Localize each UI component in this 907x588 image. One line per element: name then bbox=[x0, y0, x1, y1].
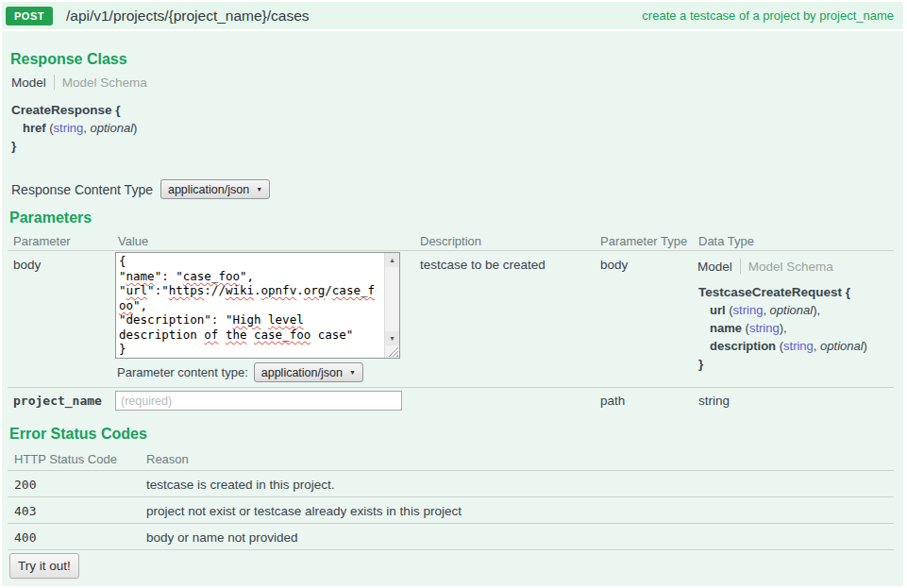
error-code-row: 403project not exist or testcase already… bbox=[8, 497, 894, 524]
col-description: Description bbox=[420, 234, 481, 248]
model-property: description (string, optional) bbox=[698, 337, 867, 355]
response-content-type-row: Response Content Type application/json ▼ bbox=[11, 179, 270, 199]
param-name-body: body bbox=[13, 258, 41, 272]
model-property: url (string, optional), bbox=[698, 301, 867, 319]
param-project-name-type: path bbox=[600, 394, 625, 408]
row-divider bbox=[8, 387, 894, 388]
parameter-content-type-label: Parameter content type: bbox=[117, 365, 248, 379]
response-content-type-select[interactable]: application/json ▼ bbox=[160, 179, 270, 199]
request-model-signature: TestcaseCreateRequest {url (string, opti… bbox=[698, 283, 867, 373]
parameter-content-type-row: Parameter content type: application/json… bbox=[117, 362, 363, 382]
model-property: name (string), bbox=[698, 319, 867, 337]
error-code-row: 400body or name not provided bbox=[8, 524, 894, 550]
response-content-type-label: Response Content Type bbox=[11, 182, 153, 197]
tab-separator bbox=[740, 259, 741, 274]
col-value: Value bbox=[118, 234, 148, 248]
error-code-row: 200testcase is created in this project. bbox=[8, 471, 894, 497]
param-project-name-datatype: string bbox=[698, 394, 730, 408]
model-close-brace: } bbox=[11, 137, 137, 155]
col-parameter: Parameter bbox=[13, 234, 71, 248]
col-parameter-type: Parameter Type bbox=[600, 234, 687, 248]
col-reason: Reason bbox=[146, 452, 189, 466]
table-header-divider bbox=[8, 250, 894, 251]
response-content-type-value: application/json bbox=[168, 183, 249, 196]
model-name: TestcaseCreateRequest { bbox=[698, 283, 867, 301]
response-class-heading: Response Class bbox=[10, 51, 127, 68]
tab-model[interactable]: Model bbox=[697, 260, 732, 274]
error-reason: project not exist or testcase already ex… bbox=[146, 503, 462, 517]
col-data-type: Data Type bbox=[698, 234, 754, 248]
tab-model-schema[interactable]: Model Schema bbox=[62, 76, 147, 90]
model-name: CreateResponse { bbox=[11, 101, 137, 119]
response-model-signature: CreateResponse {href (string, optional)} bbox=[11, 101, 137, 155]
parameter-content-type-select[interactable]: application/json ▼ bbox=[254, 362, 363, 382]
param-name-project-name: project_name bbox=[13, 394, 102, 408]
parameters-heading: Parameters bbox=[9, 210, 92, 227]
model-close-brace: } bbox=[698, 355, 867, 373]
response-class-tabs: Model Model Schema bbox=[11, 75, 147, 90]
scroll-down-icon[interactable]: ▼ bbox=[385, 331, 399, 345]
param-body-description: testcase to be created bbox=[420, 258, 546, 272]
endpoint-path-link[interactable]: /api/v1/projects/{project_name}/cases bbox=[66, 8, 310, 25]
param-body-type: body bbox=[600, 258, 628, 272]
operation-summary-link[interactable]: create a testcase of a project by projec… bbox=[642, 8, 894, 23]
project-name-input[interactable] bbox=[115, 391, 402, 411]
error-codes-table: 200testcase is created in this project.4… bbox=[8, 470, 894, 550]
parameter-content-type-value: application/json bbox=[261, 366, 343, 379]
body-datatype-tabs: Model Model Schema bbox=[697, 259, 833, 274]
textarea-scrollbar[interactable]: ▲ ▼ bbox=[384, 253, 399, 358]
tab-model-schema[interactable]: Model Schema bbox=[748, 260, 833, 274]
http-status-code: 200 bbox=[14, 477, 36, 491]
chevron-down-icon: ▼ bbox=[349, 369, 356, 376]
tab-model[interactable]: Model bbox=[11, 76, 46, 90]
scroll-up-icon[interactable]: ▲ bbox=[385, 253, 399, 267]
error-reason: body or name not provided bbox=[146, 529, 298, 544]
model-property: href (string, optional) bbox=[11, 119, 137, 137]
body-json-value: { "name": "case_foo", "url":"https://wik… bbox=[119, 254, 378, 357]
col-http-status-code: HTTP Status Code bbox=[14, 452, 117, 466]
http-status-code: 403 bbox=[14, 503, 36, 517]
body-parameter-textarea[interactable]: { "name": "case_foo", "url":"https://wik… bbox=[115, 252, 400, 359]
try-it-out-button[interactable]: Try it out! bbox=[9, 553, 79, 579]
tab-separator bbox=[54, 75, 55, 90]
http-status-code: 400 bbox=[14, 529, 36, 544]
http-method-badge: POST bbox=[6, 7, 53, 25]
error-reason: testcase is created in this project. bbox=[146, 477, 335, 491]
chevron-down-icon: ▼ bbox=[256, 186, 262, 193]
operation-header[interactable]: POST /api/v1/projects/{project_name}/cas… bbox=[2, 2, 903, 29]
error-status-codes-heading: Error Status Codes bbox=[9, 426, 147, 443]
